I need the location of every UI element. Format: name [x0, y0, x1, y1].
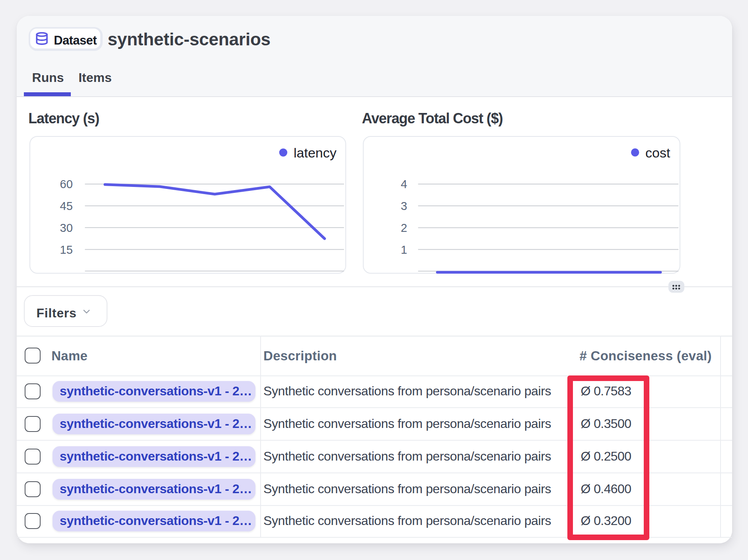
svg-text:45: 45: [60, 200, 72, 213]
svg-text:cost: cost: [645, 146, 670, 161]
svg-text:3: 3: [401, 200, 407, 213]
svg-text:60: 60: [60, 178, 72, 191]
svg-text:2: 2: [401, 222, 407, 235]
svg-text:latency: latency: [293, 146, 336, 161]
svg-text:30: 30: [60, 222, 72, 234]
svg-text:15: 15: [60, 243, 72, 256]
svg-text:1: 1: [401, 244, 407, 257]
svg-text:4: 4: [401, 178, 407, 191]
